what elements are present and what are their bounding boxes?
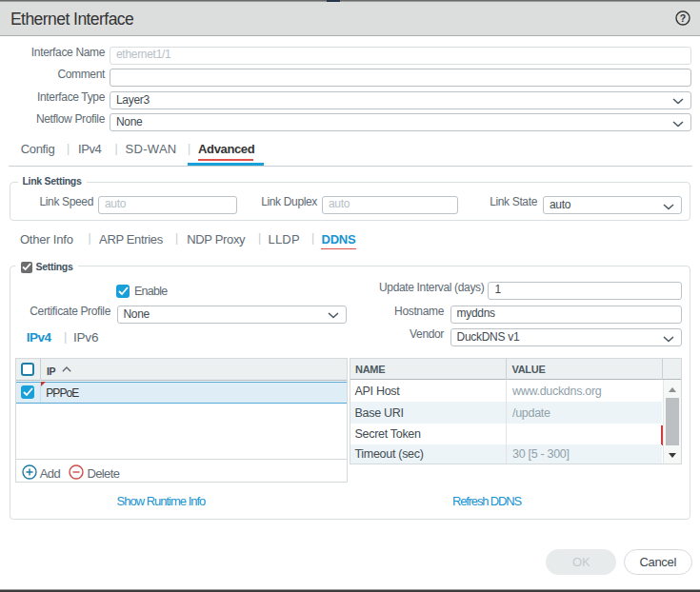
svg-text:?: ? (680, 12, 686, 24)
